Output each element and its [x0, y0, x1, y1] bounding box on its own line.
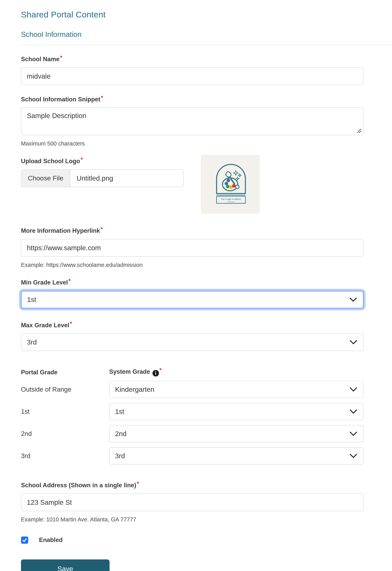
chevron-down-icon	[349, 297, 357, 302]
logo-file-input[interactable]: Choose File Untitled.png	[21, 170, 184, 187]
hyperlink-input[interactable]: https://www.sample.com	[21, 239, 364, 257]
school-name-group: School Name* midvale	[21, 56, 364, 85]
snippet-helper-text: Maximum 500 characters	[21, 140, 364, 147]
save-button[interactable]: Save	[21, 559, 110, 571]
required-asterisk: *	[101, 95, 103, 101]
required-asterisk: *	[70, 320, 72, 327]
portal-grade-value: Outside of Range	[21, 386, 109, 393]
max-grade-select[interactable]: 3rd	[21, 333, 364, 351]
grade-row-3rd: 3rd 3rd	[21, 447, 364, 465]
shared-portal-content-page: Shared Portal Content School Information…	[0, 0, 392, 571]
max-grade-group: Max Grade Level* 3rd	[21, 322, 364, 351]
system-grade-select-3rd[interactable]: 3rd	[109, 447, 364, 465]
required-asterisk: *	[160, 367, 162, 373]
svg-text:Van Gogh Academy: Van Gogh Academy	[221, 198, 241, 200]
system-grade-select-outside-of-range[interactable]: Kindergarten	[109, 381, 364, 398]
van-gogh-academy-logo-image: Van Gogh Academy Art School	[201, 155, 260, 214]
info-icon[interactable]: i	[153, 370, 159, 376]
hyperlink-group: More Information Hyperlink* https://www.…	[21, 227, 364, 268]
checkmark-icon	[22, 537, 28, 543]
required-asterisk: *	[100, 226, 103, 232]
portal-grade-value: 1st	[21, 408, 109, 415]
address-input[interactable]: 123 Sample St	[21, 494, 364, 511]
chevron-down-icon	[350, 431, 357, 436]
choose-file-button[interactable]: Choose File	[21, 170, 70, 187]
section-title: School Information	[21, 30, 392, 45]
grade-mapping-table: Portal Grade System Gradei* Outside of R…	[21, 368, 364, 465]
chevron-down-icon	[350, 409, 357, 414]
portal-grade-header: Portal Grade	[21, 369, 109, 376]
chevron-down-icon	[350, 454, 357, 458]
school-logo-preview: Van Gogh Academy Art School	[201, 155, 260, 214]
enabled-checkbox[interactable]	[21, 537, 28, 544]
snippet-group: School Information Snippet* Sample Descr…	[21, 96, 364, 147]
svg-text:Art School: Art School	[227, 201, 235, 203]
grade-row-1st: 1st 1st	[21, 403, 364, 420]
hyperlink-helper-text: Example: https://www.schoolame.edu/admis…	[21, 262, 364, 268]
logo-upload-group: Upload School Logo* Choose File Untitled…	[21, 158, 364, 216]
hyperlink-label: More Information Hyperlink*	[21, 227, 364, 234]
system-grade-select-1st[interactable]: 1st	[109, 403, 364, 420]
required-asterisk: *	[137, 480, 139, 487]
address-group: School Address (Shown in a single line)*…	[21, 482, 364, 523]
system-grade-header: System Gradei*	[109, 368, 162, 376]
enabled-row: Enabled	[21, 537, 364, 544]
grade-row-2nd: 2nd 2nd	[21, 425, 364, 442]
portal-grade-value: 3rd	[21, 452, 109, 460]
snippet-textarea[interactable]: Sample Description	[21, 107, 364, 135]
required-asterisk: *	[60, 54, 62, 61]
chevron-down-icon	[350, 387, 357, 392]
required-asterisk: *	[81, 156, 83, 163]
chevron-down-icon	[350, 340, 357, 344]
page-title: Shared Portal Content	[21, 10, 392, 19]
enabled-label: Enabled	[39, 537, 63, 543]
required-asterisk: *	[69, 278, 70, 284]
resize-grip-icon[interactable]	[356, 128, 362, 133]
min-grade-select[interactable]: 1st	[21, 291, 364, 308]
chosen-filename: Untitled.png	[70, 170, 113, 187]
portal-grade-value: 2nd	[21, 430, 109, 438]
min-grade-group: Min Grade Level* 1st	[21, 279, 364, 308]
system-grade-select-2nd[interactable]: 2nd	[109, 425, 364, 442]
address-label: School Address (Shown in a single line)*	[21, 482, 364, 489]
logo-upload-label: Upload School Logo*	[21, 158, 364, 165]
address-helper-text: Example: 1010 Martin Ave. Atlanta, GA 77…	[21, 516, 364, 523]
max-grade-label: Max Grade Level*	[21, 322, 364, 329]
school-name-label: School Name*	[21, 56, 364, 63]
grade-table-header: Portal Grade System Gradei*	[21, 368, 364, 376]
school-name-input[interactable]: midvale	[21, 68, 364, 85]
snippet-label: School Information Snippet*	[21, 96, 364, 103]
min-grade-label: Min Grade Level*	[21, 279, 364, 286]
grade-row-outside-of-range: Outside of Range Kindergarten	[21, 381, 364, 398]
school-information-form: School Name* midvale School Information …	[21, 56, 364, 571]
